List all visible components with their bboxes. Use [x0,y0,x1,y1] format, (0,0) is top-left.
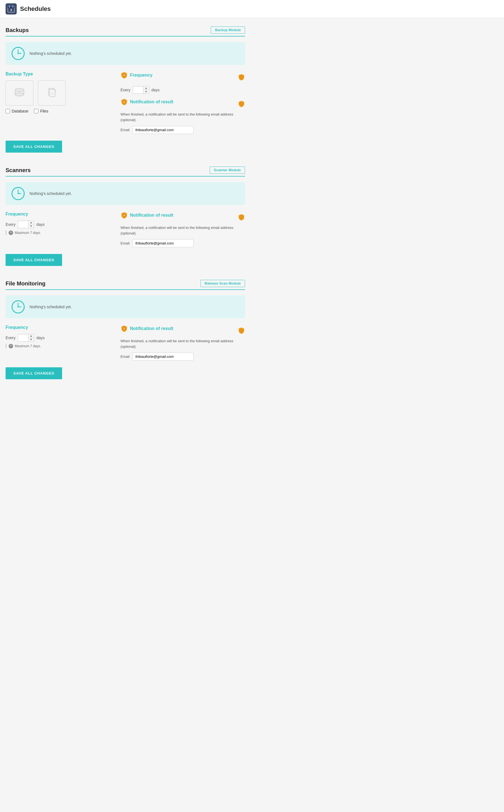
scanners-frequency-spinner[interactable]: ▲ ▼ [18,221,34,228]
database-icon-box [6,80,33,106]
spinner-down[interactable]: ▼ [143,90,149,94]
svg-point-9 [15,88,24,92]
scanners-left-col: Frequency Every ▲ ▼ days ? Maximum [6,212,109,247]
shield-icon-corner-freq [238,74,245,81]
shield-icon-corner-notif [238,100,245,107]
file-monitoring-notification-label: ✓ Notification of result [121,325,173,332]
backups-frequency-spinner[interactable]: ▲ ▼ [133,86,149,94]
file-monitoring-notification-desc: When finished, a notification will be se… [121,338,245,349]
database-checkbox-item[interactable]: Database [6,109,28,113]
scanners-email-input[interactable] [132,239,194,247]
file-monitoring-settings: Frequency Every ▲ ▼ days ? Maximum [6,325,245,361]
file-monitoring-max-hint-text: Maximum 7 days. [15,344,41,348]
scanners-max-hint-text: Maximum 7 days. [15,231,41,235]
file-monitoring-every-label: Every [6,336,16,340]
app-icon: 3 [6,3,17,14]
backups-section: Backups Backup Module Nothing's schedule… [6,26,245,153]
scanners-email-row: Email [121,239,245,247]
days-label: days [151,88,160,92]
scanners-spinner-arrows: ▲ ▼ [28,221,34,228]
svg-text:✓: ✓ [123,101,125,104]
scanners-save-button[interactable]: SAVE ALL CHANGES [6,254,62,266]
scanners-notification-label: ✓ Notification of result [121,212,173,219]
file-monitoring-section-header: File Monitoring Malware Scan Module [6,280,245,290]
scanners-frequency-input[interactable] [18,221,28,228]
page-title: Schedules [20,5,51,13]
scanners-nothing-text: Nothing's scheduled yet. [30,191,72,196]
files-checkbox-item[interactable]: Files [34,109,48,113]
app-header: 3 Schedules [0,0,504,18]
backups-title: Backups [6,27,29,33]
shield-icon-notification: ✓ [121,98,128,106]
file-monitoring-frequency-spinner[interactable]: ▲ ▼ [18,334,34,342]
files-label: Files [40,109,48,113]
file-monitoring-frequency-label: Frequency [6,325,109,330]
shield-icon-corner-scanners [238,214,245,221]
backups-right-col: ✓ Frequency Every ▲ ▼ [121,72,245,134]
file-monitoring-spinner-up[interactable]: ▲ [28,334,34,338]
spinner-arrows: ▲ ▼ [143,86,149,94]
scanners-section: Scanners Scanner Module Nothing's schedu… [6,167,245,266]
scanners-spinner-up[interactable]: ▲ [28,221,34,224]
scanners-email-label: Email [121,241,130,245]
scanners-nothing-scheduled: Nothing's scheduled yet. [6,182,245,205]
backups-email-label: Email [121,128,130,132]
scanners-frequency-row: Every ▲ ▼ days [6,221,109,228]
file-monitoring-spinner-down[interactable]: ▼ [28,338,34,341]
backups-section-header: Backups Backup Module [6,26,245,36]
file-monitoring-left-col: Frequency Every ▲ ▼ days ? Maximum [6,325,109,361]
scanners-section-header: Scanners Scanner Module [6,167,245,177]
scanners-max-hint: ? Maximum 7 days. [6,231,109,235]
scanners-frequency-label: Frequency [6,212,109,217]
file-monitoring-email-row: Email [121,353,245,361]
backups-notification: ✓ Notification of result When finished, … [121,98,245,134]
file-monitoring-frequency-row: Every ▲ ▼ days [6,334,109,342]
backups-nothing-scheduled: Nothing's scheduled yet. [6,42,245,65]
file-monitoring-section: File Monitoring Malware Scan Module Noth… [6,280,245,379]
file-monitoring-days-label: days [36,336,45,340]
spinner-up[interactable]: ▲ [143,86,149,90]
main-content: Backups Backup Module Nothing's schedule… [0,18,251,402]
backups-frequency-input[interactable] [133,87,143,93]
svg-rect-1 [8,6,14,8]
file-monitoring-help-icon: ? [9,344,13,348]
backup-type-label: Backup Type [6,72,109,77]
file-monitoring-frequency-input[interactable] [18,335,28,341]
backup-checkboxes: Database Files [6,109,109,113]
scanners-title: Scanners [6,167,31,173]
backups-settings: Backup Type [6,72,245,134]
file-monitoring-spinner-arrows: ▲ ▼ [28,334,34,341]
scanners-spinner-down[interactable]: ▼ [28,224,34,228]
shield-icon-frequency: ✓ [121,72,128,79]
backups-nothing-text: Nothing's scheduled yet. [30,51,72,56]
database-checkbox[interactable] [6,109,10,113]
backups-email-row: Email [121,126,245,134]
backup-type-icons [6,80,109,106]
clock-icon [11,47,25,60]
scanners-days-label: days [36,222,45,227]
backup-type-col: Backup Type [6,72,109,134]
file-monitoring-email-input[interactable] [132,353,194,361]
files-icon-box [38,80,66,106]
backups-email-input[interactable] [132,126,194,134]
scanners-settings: Frequency Every ▲ ▼ days ? Maximum [6,212,245,247]
backup-module-button[interactable]: Backup Module [211,26,245,34]
file-monitoring-nothing-scheduled: Nothing's scheduled yet. [6,295,245,318]
database-icon [13,86,26,100]
svg-text:✓: ✓ [123,74,125,77]
files-checkbox[interactable] [34,109,38,113]
svg-text:✓: ✓ [123,214,125,217]
backups-save-button[interactable]: SAVE ALL CHANGES [6,141,62,153]
file-monitoring-save-button[interactable]: SAVE ALL CHANGES [6,367,62,379]
scanner-module-button[interactable]: Scanner Module [210,167,245,174]
malware-scan-module-button[interactable]: Malware Scan Module [200,280,245,287]
every-label: Every [121,88,131,92]
shield-icon-scanners-notif: ✓ [121,212,128,219]
file-monitoring-max-hint: ? Maximum 7 days. [6,344,109,348]
file-monitoring-clock-icon [11,300,25,314]
backups-notification-desc: When finished, a notification will be se… [121,112,245,123]
scanners-every-label: Every [6,222,16,227]
shield-icon-fm-notif: ✓ [121,325,128,332]
backups-frequency-label: ✓ Frequency [121,72,153,79]
scanners-notification-desc: When finished, a notification will be se… [121,225,245,236]
